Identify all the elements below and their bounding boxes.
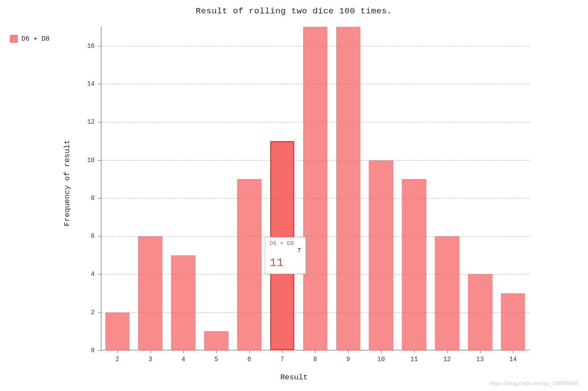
y-tick-label: 6 xyxy=(77,233,95,240)
legend[interactable]: D6 + D8 xyxy=(10,35,50,43)
x-tick-label: 4 xyxy=(181,356,185,363)
bar[interactable] xyxy=(105,312,130,350)
bar[interactable] xyxy=(501,293,525,350)
x-tick-label: 11 xyxy=(410,356,418,363)
x-tick-label: 5 xyxy=(214,356,218,363)
bar[interactable] xyxy=(402,179,426,350)
y-axis-line xyxy=(101,27,101,350)
x-tick-label: 10 xyxy=(377,356,385,363)
legend-label: D6 + D8 xyxy=(21,35,50,43)
bar[interactable] xyxy=(138,236,163,350)
x-tick-label: 13 xyxy=(476,356,484,363)
tooltip-value: 11 xyxy=(270,256,301,270)
y-tick-label: 4 xyxy=(77,270,95,278)
bar[interactable] xyxy=(336,27,361,350)
y-tick-label: 10 xyxy=(77,157,95,164)
y-tick-label: 2 xyxy=(77,309,95,316)
y-tick-label: 8 xyxy=(77,195,95,202)
x-tick-label: 9 xyxy=(346,356,350,363)
bar[interactable] xyxy=(237,179,262,350)
plot-area[interactable]: 0246810121416234567891011121314 xyxy=(101,27,530,350)
x-tick-label: 6 xyxy=(247,356,251,363)
y-tick-label: 12 xyxy=(77,118,95,125)
bar[interactable] xyxy=(369,160,393,350)
x-tick-label: 14 xyxy=(509,356,517,363)
x-tick-label: 7 xyxy=(280,356,284,363)
bar[interactable] xyxy=(435,236,459,350)
tooltip-series: D6 + D8 xyxy=(270,240,301,247)
x-tick-label: 8 xyxy=(313,356,317,363)
y-tick-label: 16 xyxy=(77,42,95,50)
legend-swatch xyxy=(10,35,18,43)
x-tick-label: 2 xyxy=(116,356,119,363)
bar[interactable] xyxy=(468,274,492,350)
x-tick-label: 3 xyxy=(149,356,152,363)
y-axis-label: Frequency of result xyxy=(63,140,71,226)
y-tick-label: 0 xyxy=(77,347,95,354)
y-tick-label: 14 xyxy=(77,80,95,87)
tooltip: D6 + D8711 xyxy=(265,237,306,274)
tooltip-category: 7 xyxy=(270,247,301,254)
bar[interactable] xyxy=(171,255,196,350)
watermark: https://blog.csdn.net/qq_38666046 xyxy=(489,380,579,387)
chart-title: Result of rolling two dice 100 times. xyxy=(0,6,588,16)
bar[interactable] xyxy=(204,331,229,350)
x-tick-label: 12 xyxy=(443,356,451,363)
bar[interactable] xyxy=(303,27,328,350)
